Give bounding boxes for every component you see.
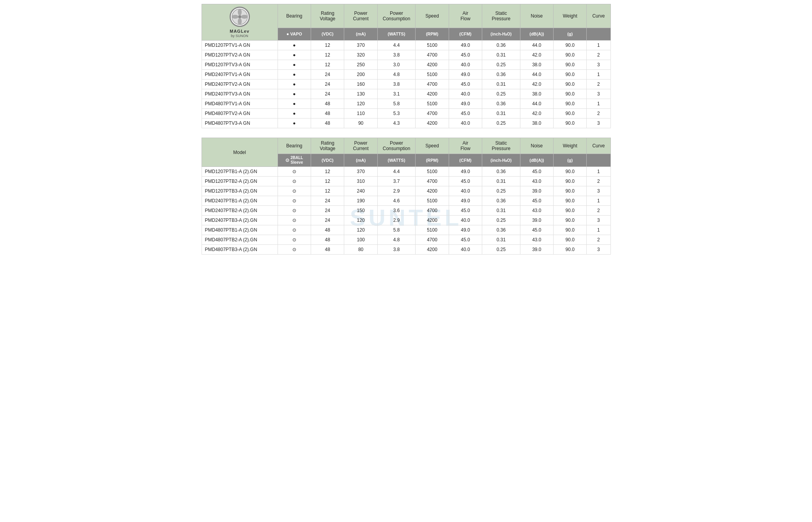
noise-cell: 45.0 [520,225,553,235]
voltage-cell: 12 [311,50,344,60]
noise-cell: 39.0 [520,186,553,196]
bearing-cell: ⊙ [278,245,311,255]
speed-cell: 5100 [416,70,449,80]
model-cell: PMD1207PTB3-A (2).GN [202,186,278,196]
curve-cell: 3 [587,89,610,99]
unit-current-2: (mA) [344,154,377,167]
airflow-cell: 40.0 [449,119,482,128]
speed-cell: 5100 [416,167,449,177]
power-cell: 5.8 [377,225,416,235]
power-cell: 3.8 [377,245,416,255]
power-cell: 3.6 [377,206,416,216]
weight-cell: 90.0 [554,89,587,99]
table-row: PMD4807PTV2-A GN ● 48 110 5.3 4700 45.0 … [202,109,610,119]
airflow-cell: 40.0 [449,60,482,70]
col-power-label-2: PowerConsumption [377,138,416,154]
col-speed-label-2: Speed [416,138,449,154]
bearing-cell: ⊙ [278,216,311,225]
weight-cell: 90.0 [554,225,587,235]
bearing-cell: ● [278,109,311,119]
airflow-cell: 40.0 [449,216,482,225]
model-cell: PMD1207PTB1-A (2).GN [202,167,278,177]
curve-cell: 1 [587,225,610,235]
table-row: PMD1207PTV1-A GN ● 12 370 4.4 5100 49.0 … [202,41,610,50]
unit-bearing-1: ● VAPO [278,28,311,40]
voltage-cell: 48 [311,99,344,109]
unit-noise-2: (dB(A)) [520,154,553,167]
curve-cell: 3 [587,186,610,196]
model-cell: PMD4807PTV1-A GN [202,99,278,109]
noise-cell: 43.0 [520,235,553,245]
unit-curve-1 [587,28,610,40]
power-cell: 5.8 [377,99,416,109]
voltage-cell: 24 [311,196,344,206]
curve-cell: 2 [587,80,610,89]
speed-cell: 4200 [416,119,449,128]
curve-cell: 1 [587,99,610,109]
speed-cell: 4700 [416,177,449,186]
curve-cell: 1 [587,167,610,177]
power-cell: 5.3 [377,109,416,119]
weight-cell: 90.0 [554,167,587,177]
current-cell: 110 [344,109,377,119]
col-airflow-label-2: AirFlow [449,138,482,154]
unit-pressure-1: (inch-H₂O) [482,28,520,40]
model-label-cell: Model [202,138,278,167]
unit-noise-1: (dB(A)) [520,28,553,40]
pressure-cell: 0.31 [482,109,520,119]
col-noise-label-1: Noise [520,4,553,28]
speed-cell: 4200 [416,216,449,225]
table-1: MAGLev by SUNON Bearing RatingVoltage Po… [202,4,611,128]
weight-cell: 90.0 [554,99,587,109]
col-airflow-label-1: AirFlow [449,4,482,28]
power-cell: 3.8 [377,50,416,60]
airflow-cell: 45.0 [449,80,482,89]
current-cell: 120 [344,225,377,235]
weight-cell: 90.0 [554,60,587,70]
unit-voltage-1: (VDC) [311,28,344,40]
table-row: PMD1207PTB3-A (2).GN ⊙ 12 240 2.9 4200 4… [202,186,610,196]
power-cell: 2.9 [377,186,416,196]
curve-cell: 1 [587,41,610,50]
speed-cell: 4200 [416,186,449,196]
bearing-cell: ⊙ [278,225,311,235]
voltage-cell: 24 [311,216,344,225]
table2-header-top: Model Bearing RatingVoltage PowerCurrent… [202,138,610,154]
speed-cell: 4700 [416,50,449,60]
curve-cell: 2 [587,206,610,216]
noise-cell: 42.0 [520,50,553,60]
airflow-cell: 40.0 [449,89,482,99]
table-row: PMD4807PTB3-A (2).GN ⊙ 48 80 3.8 4200 40… [202,245,610,255]
table-row: PMD4807PTB1-A (2).GN ⊙ 48 120 5.8 5100 4… [202,225,610,235]
airflow-cell: 49.0 [449,70,482,80]
speed-cell: 4200 [416,89,449,99]
model-cell: PMD1207PTV1-A GN [202,41,278,50]
noise-cell: 45.0 [520,196,553,206]
voltage-cell: 48 [311,225,344,235]
curve-cell: 2 [587,235,610,245]
noise-cell: 44.0 [520,99,553,109]
airflow-cell: 49.0 [449,225,482,235]
table-row: PMD4807PTV1-A GN ● 48 120 5.8 5100 49.0 … [202,99,610,109]
table-row: PMD1207PTB1-A (2).GN ⊙ 12 370 4.4 5100 4… [202,167,610,177]
noise-cell: 42.0 [520,109,553,119]
table-row: PMD4807PTB2-A (2).GN ⊙ 48 100 4.8 4700 4… [202,235,610,245]
speed-cell: 4200 [416,245,449,255]
voltage-cell: 48 [311,235,344,245]
fan-icon [231,8,248,25]
current-cell: 150 [344,206,377,216]
page-wrapper: MAGLev by SUNON Bearing RatingVoltage Po… [202,4,611,255]
curve-cell: 2 [587,177,610,186]
pressure-cell: 0.31 [482,80,520,89]
model-cell: PMD1207PTB2-A (2).GN [202,177,278,186]
pressure-cell: 0.25 [482,186,520,196]
sub-brand-label: by SUNON [231,34,248,38]
curve-cell: 3 [587,216,610,225]
power-cell: 4.6 [377,196,416,206]
speed-cell: 5100 [416,99,449,109]
table-row: PMD2407PTV3-A GN ● 24 130 3.1 4200 40.0 … [202,89,610,99]
pressure-cell: 0.31 [482,206,520,216]
weight-cell: 90.0 [554,41,587,50]
power-cell: 3.8 [377,80,416,89]
unit-airflow-2: (CFM) [449,154,482,167]
